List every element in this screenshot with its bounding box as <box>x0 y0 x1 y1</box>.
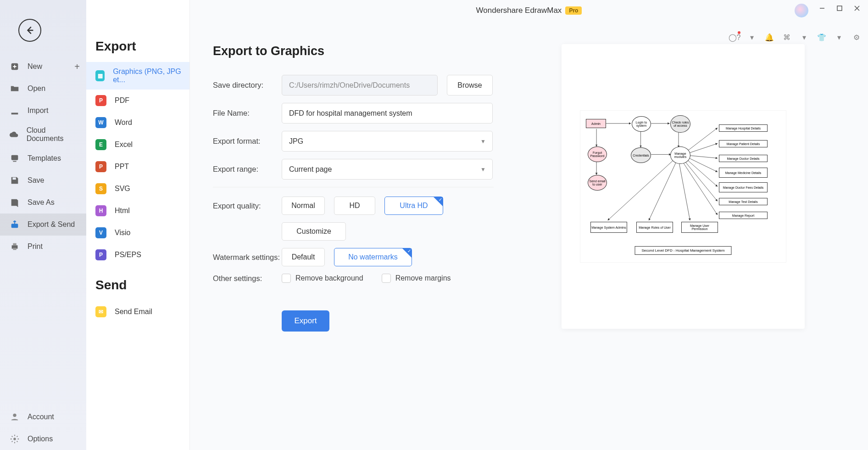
svg-line-24 <box>683 162 718 214</box>
export-type-excel[interactable]: EExcel <box>86 134 189 156</box>
nav-item-open[interactable]: Open <box>0 78 86 100</box>
dfd-node-b1: Manage System Admins <box>590 222 627 233</box>
dfd-node-login: Login to system <box>632 116 651 132</box>
preview-card: Admin Login to system Check roles of acc… <box>562 44 805 329</box>
svg-line-21 <box>687 157 718 172</box>
svg-line-25 <box>608 161 673 220</box>
export-range-select[interactable]: Current page▼ <box>282 159 493 180</box>
export-type-visio[interactable]: VVisio <box>86 222 189 244</box>
export-format-select[interactable]: JPG▼ <box>282 131 493 152</box>
img-icon: ▦ <box>95 70 105 81</box>
titlebar: Wondershare EdrawMax Pro <box>190 0 868 21</box>
tshirt-icon[interactable]: 👕 <box>817 32 827 42</box>
chevron-down-icon[interactable]: ▾ <box>799 32 809 42</box>
export-type-ps[interactable]: PPS/EPS <box>86 244 189 266</box>
svg-point-8 <box>13 414 16 417</box>
check-icon <box>402 248 412 258</box>
html-icon: H <box>95 205 106 216</box>
quality-hd-button[interactable]: HD <box>334 197 375 215</box>
import-icon <box>8 104 21 117</box>
preview-panel: Admin Login to system Check roles of acc… <box>543 21 868 450</box>
dfd-node-r6: Manage Test Details <box>719 198 768 205</box>
word-icon: W <box>95 117 106 128</box>
export-type-html[interactable]: HHtml <box>86 200 189 222</box>
dfd-node-forgot: Forgot Password <box>588 146 607 162</box>
chevron-down-icon: ▼ <box>480 166 486 173</box>
dfd-node-r1: Manage Hospital Details <box>719 124 768 132</box>
mail-icon: ✉ <box>95 306 106 317</box>
templates-icon <box>8 152 21 165</box>
plus-icon[interactable]: + <box>74 62 80 72</box>
svg-line-19 <box>687 144 718 154</box>
export-type-pdf[interactable]: PPDF <box>86 90 189 112</box>
new-icon <box>8 60 21 73</box>
watermark-default-button[interactable]: Default <box>282 248 325 266</box>
quality-normal-button[interactable]: Normal <box>282 197 325 215</box>
minimize-button[interactable] <box>818 4 827 13</box>
pdf-icon: P <box>95 95 106 106</box>
svg-line-18 <box>686 128 718 152</box>
export-button[interactable]: Export <box>282 310 329 332</box>
nav-item-save[interactable]: Save <box>0 169 86 191</box>
nav-item-import[interactable]: Import <box>0 100 86 122</box>
nav-item-export-send[interactable]: Export & Send <box>0 214 86 236</box>
cloud-documents-icon <box>8 128 20 141</box>
export-type-ppt[interactable]: PPPT <box>86 156 189 178</box>
watermark-none-button[interactable]: No watermarks <box>334 248 412 266</box>
nav-item-templates[interactable]: Templates <box>0 147 86 169</box>
help-icon[interactable]: ◯? <box>729 32 740 42</box>
chevron-down-icon: ▼ <box>480 138 486 145</box>
chevron-down-icon[interactable]: ▾ <box>747 32 757 42</box>
dfd-node-r3: Manage Doctor Details <box>719 155 768 162</box>
back-button[interactable] <box>18 19 41 42</box>
quality-customize-button[interactable]: Customize <box>282 222 346 241</box>
svg-line-22 <box>686 159 718 186</box>
remove-margins-checkbox[interactable]: Remove margins <box>382 274 451 283</box>
save-directory-input[interactable]: C:/Users/rimzh/OneDrive/Documents <box>282 75 438 96</box>
svg-rect-3 <box>12 178 16 180</box>
nav-item-print[interactable]: Print <box>0 236 86 258</box>
quality-ultrahd-button[interactable]: Ultra HD <box>384 197 443 215</box>
ppt-icon: P <box>95 161 106 172</box>
export-range-label: Export range: <box>213 165 282 174</box>
svg-rect-4 <box>11 224 18 228</box>
export-type-img[interactable]: ▦Graphics (PNG, JPG et... <box>86 62 189 90</box>
chevron-down-icon[interactable]: ▾ <box>834 32 844 42</box>
export-send-icon <box>8 218 21 231</box>
visio-icon: V <box>95 227 106 238</box>
nav-item-cloud-documents[interactable]: Cloud Documents <box>0 122 86 147</box>
dfd-node-admin: Admin <box>586 119 606 128</box>
nav-item-new[interactable]: New+ <box>0 56 86 78</box>
ps-icon: P <box>95 249 106 260</box>
dfd-node-r5: Manage Doctor Fees Details <box>719 182 768 192</box>
file-name-input[interactable]: DFD for hospital management system <box>282 103 493 124</box>
svg-point-9 <box>13 438 16 440</box>
maximize-button[interactable] <box>835 4 844 13</box>
svg-icon: S <box>95 183 106 194</box>
bell-icon[interactable]: 🔔 <box>764 32 774 42</box>
gear-icon[interactable]: ⚙ <box>851 32 862 42</box>
account-icon <box>8 411 21 423</box>
export-type-svg[interactable]: SSVG <box>86 178 189 200</box>
shortcuts-icon[interactable]: ⌘ <box>782 32 792 42</box>
nav-item-options[interactable]: Options <box>0 428 86 450</box>
export-type-mail[interactable]: ✉Send Email <box>86 301 189 323</box>
browse-button[interactable]: Browse <box>447 75 493 96</box>
svg-rect-2 <box>13 161 16 162</box>
remove-background-checkbox[interactable]: Remove background <box>282 274 363 283</box>
export-format-label: Export format: <box>213 137 282 146</box>
main-area: Wondershare EdrawMax Pro ◯? ▾ 🔔 ⌘ ▾ 👕 ▾ … <box>190 0 868 450</box>
arrow-left-icon <box>25 25 35 35</box>
nav-item-save-as[interactable]: Save As <box>0 191 86 214</box>
export-type-word[interactable]: WWord <box>86 112 189 134</box>
svg-line-26 <box>649 162 676 220</box>
export-heading: Export <box>86 39 189 62</box>
send-heading: Send <box>86 278 189 301</box>
export-quality-label: Export quality: <box>213 202 282 210</box>
export-form: Export to Graphics Save directory: C:/Us… <box>190 21 543 450</box>
svg-rect-10 <box>837 6 842 11</box>
close-button[interactable] <box>852 4 862 13</box>
nav-item-account[interactable]: Account <box>0 406 86 428</box>
svg-line-27 <box>679 162 690 220</box>
user-avatar[interactable] <box>795 4 808 17</box>
